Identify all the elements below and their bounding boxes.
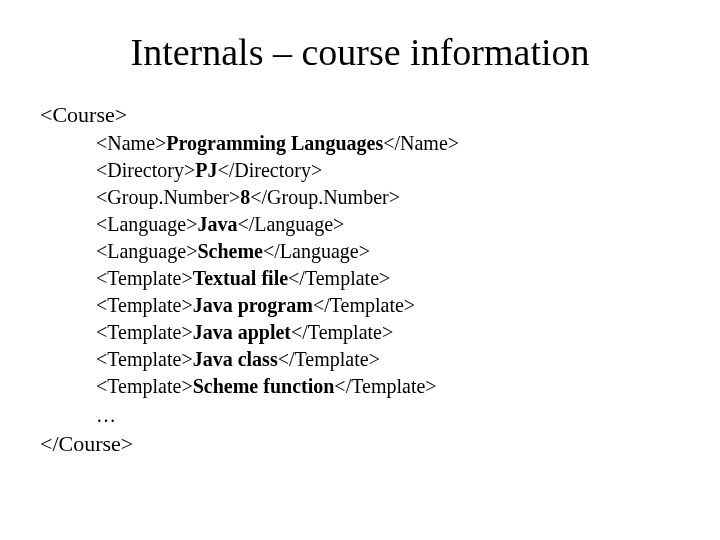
xml-line: <Template>Scheme function</Template>	[96, 373, 680, 400]
xml-line: <Language>Scheme</Language>	[96, 238, 680, 265]
xml-line: <Template>Java program</Template>	[96, 292, 680, 319]
xml-value: 8	[240, 186, 250, 208]
xml-entries: <Name>Programming Languages</Name><Direc…	[96, 130, 680, 429]
xml-line: <Name>Programming Languages</Name>	[96, 130, 680, 157]
xml-value: Scheme	[197, 240, 263, 262]
xml-value: Programming Languages	[166, 132, 383, 154]
course-close-tag: </Course>	[40, 431, 680, 457]
xml-line: <Template>Java class</Template>	[96, 346, 680, 373]
xml-value: PJ	[195, 159, 217, 181]
xml-line: <Directory>PJ</Directory>	[96, 157, 680, 184]
ellipsis: …	[96, 402, 680, 429]
slide-title: Internals – course information	[40, 30, 680, 74]
xml-value: Java	[197, 213, 237, 235]
xml-line: <Template>Java applet</Template>	[96, 319, 680, 346]
xml-value: Textual file	[193, 267, 288, 289]
xml-value: Java program	[193, 294, 313, 316]
slide: Internals – course information <Course> …	[0, 0, 720, 540]
xml-line: <Template>Textual file</Template>	[96, 265, 680, 292]
course-open-tag: <Course>	[40, 102, 680, 128]
xml-value: Scheme function	[193, 375, 335, 397]
xml-line: <Language>Java</Language>	[96, 211, 680, 238]
xml-value: Java applet	[193, 321, 291, 343]
xml-value: Java class	[193, 348, 278, 370]
xml-line: <Group.Number>8</Group.Number>	[96, 184, 680, 211]
